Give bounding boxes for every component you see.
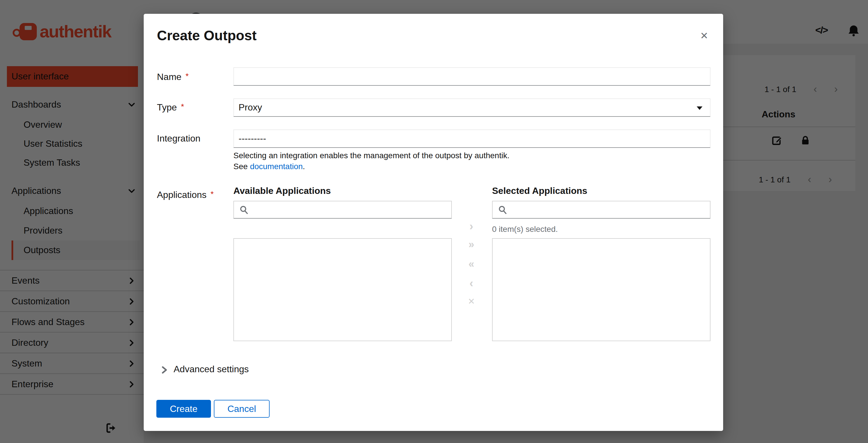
- search-icon: [240, 205, 248, 214]
- integration-select[interactable]: ---------: [234, 129, 711, 148]
- selected-applications-title: Selected Applications: [492, 186, 587, 196]
- name-label: Name*: [157, 72, 189, 82]
- close-icon: ✕: [700, 30, 709, 42]
- required-asterisk: *: [211, 189, 214, 199]
- cancel-button[interactable]: Cancel: [214, 400, 270, 418]
- create-outpost-modal: Create Outpost ✕ Name* Type* Proxy Integ…: [144, 14, 723, 431]
- selected-applications-list[interactable]: [492, 238, 711, 341]
- integration-help-text: Selecting an integration enables the man…: [234, 151, 509, 160]
- remove-all-button[interactable]: «: [461, 259, 482, 269]
- type-label: Type*: [157, 102, 184, 113]
- modal-title: Create Outpost: [157, 28, 257, 44]
- advanced-settings-toggle[interactable]: Advanced settings: [174, 364, 249, 375]
- add-selected-button[interactable]: ›: [461, 220, 482, 232]
- add-all-button[interactable]: »: [461, 239, 482, 250]
- integration-doc-line: See documentation.: [234, 162, 305, 171]
- required-asterisk: *: [185, 71, 189, 81]
- available-applications-list[interactable]: [234, 238, 452, 341]
- clear-selection-button[interactable]: ✕: [461, 297, 482, 305]
- available-applications-title: Available Applications: [234, 186, 331, 196]
- selected-count-status: 0 item(s) selected.: [492, 225, 558, 234]
- chevron-right-icon[interactable]: [161, 366, 168, 374]
- required-asterisk: *: [181, 102, 184, 111]
- caret-down-icon: [697, 107, 703, 110]
- close-button[interactable]: ✕: [697, 28, 712, 43]
- selected-search-input[interactable]: [492, 201, 711, 218]
- applications-label: Applications*: [157, 190, 214, 200]
- search-icon: [498, 205, 507, 214]
- documentation-link[interactable]: documentation: [250, 162, 303, 171]
- integration-label: Integration: [157, 134, 200, 144]
- available-search-input[interactable]: [234, 201, 452, 218]
- name-input[interactable]: [234, 67, 711, 86]
- page: authentik </> User interface Dashboards …: [0, 0, 868, 443]
- create-button[interactable]: Create: [156, 400, 211, 418]
- type-select[interactable]: Proxy: [234, 98, 711, 117]
- remove-selected-button[interactable]: ‹: [461, 277, 482, 289]
